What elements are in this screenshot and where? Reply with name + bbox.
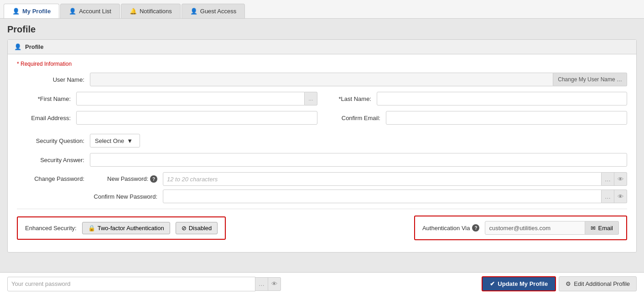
two-factor-auth-button[interactable]: 🔒 Two-factor Authentication xyxy=(82,222,170,234)
new-password-dots-button[interactable]: … xyxy=(602,172,614,186)
new-password-label: New Password: ? xyxy=(90,175,163,183)
authentication-via-label: Authentication Via ? xyxy=(422,224,480,232)
security-answer-row: Security Answer: xyxy=(17,153,627,167)
update-my-profile-button[interactable]: ✔ Update My Profile xyxy=(482,276,556,285)
security-answer-input[interactable] xyxy=(90,153,627,167)
lock-icon: 🔒 xyxy=(88,225,95,232)
tab-account-list-label: Account List xyxy=(79,8,111,15)
edit-additional-btn-label: Edit Additional Profile xyxy=(574,280,630,285)
new-password-input-group: … 👁 xyxy=(163,172,627,186)
confirm-new-password-input[interactable] xyxy=(163,190,602,203)
confirm-password-eye-button[interactable]: 👁 xyxy=(614,190,627,203)
email-btn-label: Email xyxy=(598,225,613,232)
auth-email-input[interactable] xyxy=(485,221,585,235)
email-input[interactable] xyxy=(76,111,317,125)
firstname-input-group: … xyxy=(76,92,317,105)
tab-notifications-label: Notifications xyxy=(140,8,172,15)
lastname-input[interactable] xyxy=(377,92,627,105)
change-username-button[interactable]: Change My User Name … xyxy=(553,73,627,86)
ban-icon: ⊘ xyxy=(182,225,187,232)
username-input[interactable] xyxy=(90,73,553,86)
username-label: User Name: xyxy=(17,76,90,83)
page-title: Profile xyxy=(7,24,637,35)
name-row: *First Name: … *Last Name: xyxy=(17,92,627,105)
gear-icon: ⚙ xyxy=(566,280,571,285)
two-factor-label: Two-factor Authentication xyxy=(98,225,164,232)
enhanced-security-section: Enhanced Security: 🔒 Two-factor Authenti… xyxy=(17,216,226,240)
card-header-label: Profile xyxy=(25,43,43,50)
email-col: Email Address: xyxy=(17,111,317,125)
dots-icon-cpw2: … xyxy=(259,280,265,285)
required-info: * Required Information xyxy=(17,61,627,67)
dots-icon: … xyxy=(617,76,622,83)
tab-my-profile-label: My Profile xyxy=(22,8,51,15)
auth-help-icon[interactable]: ? xyxy=(472,224,479,232)
enhanced-security-label: Enhanced Security: xyxy=(25,225,77,232)
edit-additional-profile-button[interactable]: ⚙ Edit Additional Profile xyxy=(559,276,637,285)
user-icon-tab4: 👤 xyxy=(190,8,197,15)
user-icon-tab1: 👤 xyxy=(12,8,20,15)
eye-icon-pw: 👁 xyxy=(618,176,623,183)
new-password-row: New Password: ? … 👁 xyxy=(90,172,627,186)
tab-account-list[interactable]: 👤 Account List xyxy=(60,4,120,18)
email-label: Email Address: xyxy=(17,115,76,121)
profile-icon: 👤 xyxy=(14,43,21,50)
change-password-section: Change Password: New Password: ? … xyxy=(17,172,627,203)
confirm-new-password-label: Confirm New Password: xyxy=(90,193,163,200)
security-answer-label: Security Answer: xyxy=(17,157,90,163)
email-row: Email Address: Confirm Email: xyxy=(17,111,627,125)
tab-notifications[interactable]: 🔔 Notifications xyxy=(121,4,181,18)
eye-icon-cpw: 👁 xyxy=(618,193,623,200)
firstname-col: *First Name: … xyxy=(17,92,317,105)
footer-buttons: ✔ Update My Profile ⚙ Edit Additional Pr… xyxy=(482,276,637,285)
change-password-fields: New Password: ? … 👁 xyxy=(90,172,627,203)
footer-bar: … 👁 ✔ Update My Profile ⚙ Edit Additiona… xyxy=(0,272,644,285)
confirm-email-input[interactable] xyxy=(386,111,627,125)
confirm-password-dots-button[interactable]: … xyxy=(602,190,614,203)
firstname-input[interactable] xyxy=(76,92,305,105)
caret-icon: ▼ xyxy=(127,137,133,144)
confirm-email-label: Confirm Email: xyxy=(327,115,386,121)
username-row: User Name: Change My User Name … xyxy=(17,73,627,86)
user-icon-tab2: 👤 xyxy=(69,8,76,15)
new-password-input[interactable] xyxy=(163,172,602,186)
envelope-icon: ✉ xyxy=(591,225,596,232)
new-password-help-icon[interactable]: ? xyxy=(150,175,157,183)
confirm-new-password-row: Confirm New Password: … 👁 xyxy=(90,190,627,203)
lastname-col: *Last Name: xyxy=(327,92,627,105)
select-one-label: Select One xyxy=(95,137,124,144)
card-body: * Required Information User Name: Change… xyxy=(8,54,636,252)
tab-guest-access-label: Guest Access xyxy=(200,8,236,15)
security-question-select[interactable]: Select One ▼ xyxy=(90,134,140,148)
security-question-label: Security Question: xyxy=(17,137,90,144)
lastname-label: *Last Name: xyxy=(327,95,377,102)
security-answer-field xyxy=(90,153,627,167)
firstname-icon-button[interactable]: … xyxy=(305,92,317,105)
current-password-eye-button[interactable]: 👁 xyxy=(268,277,281,286)
bell-icon-tab3: 🔔 xyxy=(130,8,137,15)
disabled-button[interactable]: ⊘ Disabled xyxy=(176,222,218,234)
security-question-field: Select One ▼ xyxy=(90,134,627,148)
tab-guest-access[interactable]: 👤 Guest Access xyxy=(182,4,245,18)
card-header: 👤 Profile xyxy=(8,40,636,54)
change-password-label: Change Password: xyxy=(17,172,90,182)
firstname-label: *First Name: xyxy=(17,95,76,102)
new-password-eye-button[interactable]: 👁 xyxy=(614,172,627,186)
dots-icon-fn: … xyxy=(308,96,313,101)
check-icon: ✔ xyxy=(490,280,495,285)
confirm-email-col: Confirm Email: xyxy=(327,111,627,125)
change-username-btn-label: Change My User Name xyxy=(558,76,615,83)
current-password-group: … 👁 xyxy=(7,277,281,286)
tab-bar: 👤 My Profile 👤 Account List 🔔 Notificati… xyxy=(0,0,644,19)
dots-icon-pw: … xyxy=(605,176,611,183)
auth-email-button[interactable]: ✉ Email xyxy=(585,221,619,235)
tab-my-profile[interactable]: 👤 My Profile xyxy=(4,4,59,18)
current-password-input[interactable] xyxy=(7,277,255,286)
disabled-label: Disabled xyxy=(189,225,212,232)
confirm-new-password-input-group: … 👁 xyxy=(163,190,627,203)
security-question-row: Security Question: Select One ▼ xyxy=(17,134,627,148)
username-input-group: Change My User Name … xyxy=(90,73,627,86)
dots-icon-cpw: … xyxy=(605,193,611,200)
authentication-via-section: Authentication Via ? ✉ Email xyxy=(414,216,627,240)
current-password-dots-button[interactable]: … xyxy=(255,277,268,286)
